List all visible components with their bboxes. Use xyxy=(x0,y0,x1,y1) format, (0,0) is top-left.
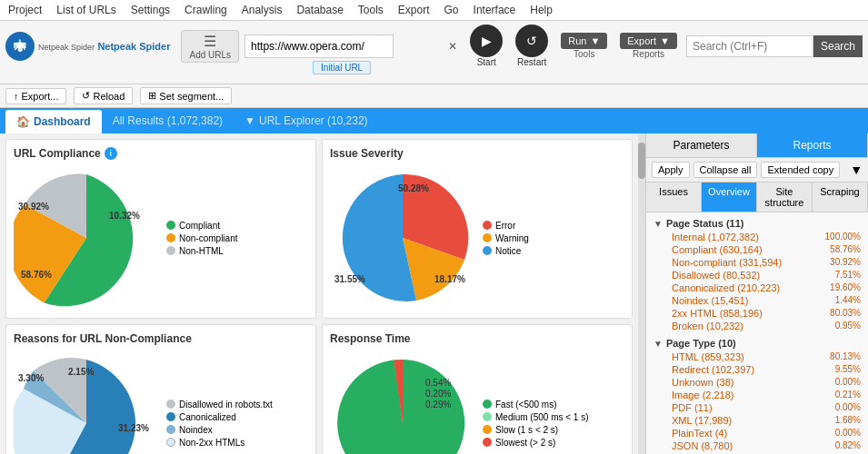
list-item[interactable]: Canonicalized (210,223)19.60% xyxy=(650,281,864,294)
tab-dashboard[interactable]: 🏠 Dashboard xyxy=(5,110,102,133)
menu-item-database[interactable]: Database xyxy=(293,2,346,18)
list-item[interactable]: XML (17,989)1.68% xyxy=(650,414,864,427)
tab-issues[interactable]: Issues xyxy=(646,183,702,212)
tree-item-value: 19.60% xyxy=(830,282,861,293)
tab-url-explorer[interactable]: ▼ URL Explorer (10,232) xyxy=(234,109,379,133)
list-item[interactable]: PlainText (4)0.00% xyxy=(650,427,864,439)
restart-button[interactable]: ↺ Restart xyxy=(515,25,548,67)
page-type-items: HTML (859,323)80.13%Redirect (102,397)9.… xyxy=(650,350,864,454)
noindex-pct: 3.30% xyxy=(18,373,44,383)
run-button[interactable]: Run ▼ xyxy=(561,33,607,49)
add-urls-label: Add URLs xyxy=(189,50,231,60)
secondary-toolbar: ↑ Export... ↺ Reload ⊞ Set segment... xyxy=(0,84,868,108)
list-item[interactable]: Compliant (630,164)58.76% xyxy=(650,243,864,256)
collapse-all-button[interactable]: Collapse all xyxy=(693,162,758,178)
menu-item-go[interactable]: Go xyxy=(441,2,463,18)
response-time-body: 98.97% 0.54% 0.20% 0.29% Fast (<500 ms) … xyxy=(330,350,624,454)
list-item[interactable]: Redirect (102,397)9.55% xyxy=(650,363,864,376)
list-item[interactable]: Image (2,218)0.21% xyxy=(650,389,864,401)
nonhtml-label: 10.32% xyxy=(109,211,140,221)
menu-item-settings[interactable]: Settings xyxy=(127,2,174,18)
run-section: Run ▼ Tools xyxy=(561,33,607,59)
url-compliance-body: 58.76% 30.92% 10.32% Compliant Non-compl… xyxy=(14,165,308,311)
medium-dot xyxy=(483,412,492,421)
legend-non2xx: Non-2xx HTMLs xyxy=(166,438,273,448)
tree-item-label: Disallowed (80,532) xyxy=(672,270,760,281)
url-input[interactable] xyxy=(244,35,394,58)
menu-item-crawling[interactable]: Crawling xyxy=(181,2,231,18)
menu-item-project[interactable]: Project xyxy=(5,2,45,18)
logo-sub: Netpeak Spider xyxy=(97,41,170,52)
add-urls-button[interactable]: ☰ Add URLs xyxy=(181,30,239,63)
list-item[interactable]: 2xx HTML (858,196)80.03% xyxy=(650,307,864,320)
noncompliant-legend-label: Non-compliant xyxy=(179,233,237,243)
response-time-title: Response Time xyxy=(330,332,624,345)
medium-legend-label: Medium (500 ms < 1 s) xyxy=(495,412,589,422)
list-item[interactable]: Unknown (38)0.00% xyxy=(650,376,864,389)
main-scrollbar[interactable] xyxy=(638,133,645,454)
menu-item-list-of-urls[interactable]: List of URLs xyxy=(53,2,119,18)
issue-severity-card: Issue Severity 50.28% 31.55% 18.17% xyxy=(322,139,633,319)
noncompliant-label: 30.92% xyxy=(18,202,49,212)
url-compliance-title: URL Compliance i xyxy=(14,147,308,160)
tab-parameters[interactable]: Parameters xyxy=(646,133,757,157)
list-item[interactable]: PDF (11)0.00% xyxy=(650,401,864,414)
legend-warning: Warning xyxy=(483,233,529,243)
info-icon: i xyxy=(105,147,117,160)
error-dot xyxy=(483,221,492,230)
page-type-header[interactable]: ▼ Page Type (10) xyxy=(650,336,864,350)
slowest-dot xyxy=(483,438,492,447)
tab-site-structure[interactable]: Site structure xyxy=(757,183,813,212)
menu-item-tools[interactable]: Tools xyxy=(354,2,387,18)
export-label: Export xyxy=(627,35,656,46)
tree-item-label: Broken (10,232) xyxy=(672,321,743,331)
extended-copy-button[interactable]: Extended copy xyxy=(761,162,840,178)
apply-button[interactable]: Apply xyxy=(652,162,690,178)
scrollbar-thumb xyxy=(638,143,645,179)
list-item[interactable]: Noindex (15,451)1.44% xyxy=(650,294,864,307)
disallowed-dot xyxy=(166,400,175,409)
tab-scraping[interactable]: Scraping xyxy=(813,183,868,212)
list-item[interactable]: JSON (8,780)0.82% xyxy=(650,439,864,452)
menu-item-interface[interactable]: Interface xyxy=(470,2,520,18)
reload-button[interactable]: ↺ Reload xyxy=(74,87,133,104)
tab-all-results[interactable]: All Results (1,072,382) xyxy=(102,109,234,133)
start-button[interactable]: ▶ Start xyxy=(470,25,503,67)
tab-overview[interactable]: Overview xyxy=(702,183,757,212)
overview-tab-label: Overview xyxy=(708,186,750,197)
issue-severity-legend: Error Warning Notice xyxy=(483,221,529,256)
segment-button[interactable]: ⊞ Set segment... xyxy=(140,87,232,104)
menu-item-analysis[interactable]: Analysis xyxy=(238,2,286,18)
warning-legend-label: Warning xyxy=(495,233,529,243)
list-item[interactable]: Broken (10,232)0.95% xyxy=(650,320,864,332)
export-action-button[interactable]: ↑ Export... xyxy=(5,88,66,104)
reasons-chart: 2.15% 3.30% 31.23% 63.32% xyxy=(14,350,159,454)
reports-tab-label: Reports xyxy=(793,139,831,152)
export-button[interactable]: Export ▼ xyxy=(620,33,677,49)
export-section: Export ▼ Reports xyxy=(620,33,677,59)
canonicalized-dot xyxy=(166,412,175,421)
options-icon[interactable]: ▼ xyxy=(850,163,863,177)
segment-icon: ⊞ xyxy=(148,90,156,102)
menu-item-export[interactable]: Export xyxy=(394,2,434,18)
compliant-dot xyxy=(166,221,175,230)
left-panel: URL Compliance i 58.76% 30.92% 10.32% xyxy=(0,133,638,454)
menu-item-help[interactable]: Help xyxy=(526,2,556,18)
search-button[interactable]: Search xyxy=(813,35,863,57)
tree-item-value: 80.13% xyxy=(830,351,861,362)
noindex-legend-label: Noindex xyxy=(179,425,213,435)
non2xx-dot xyxy=(166,438,175,447)
list-item[interactable]: HTML (859,323)80.13% xyxy=(650,350,864,363)
legend-slow: Slow (1 s < 2 s) xyxy=(483,425,589,435)
list-item[interactable]: Internal (1,072,382)100.00% xyxy=(650,231,864,243)
url-clear-button[interactable]: ✕ xyxy=(444,40,461,53)
tree-item-value: 0.00% xyxy=(835,377,861,388)
list-item[interactable]: Disallowed (80,532)7.51% xyxy=(650,269,864,281)
search-input[interactable] xyxy=(686,35,813,57)
list-item[interactable]: Non-compliant (331,594)30.92% xyxy=(650,256,864,269)
tree-item-label: PDF (11) xyxy=(672,402,713,413)
tree-item-label: XML (17,989) xyxy=(672,415,732,426)
page-status-header[interactable]: ▼ Page Status (11) xyxy=(650,216,864,231)
site-structure-tab-label: Site structure xyxy=(765,186,804,208)
tab-reports[interactable]: Reports xyxy=(757,133,868,157)
